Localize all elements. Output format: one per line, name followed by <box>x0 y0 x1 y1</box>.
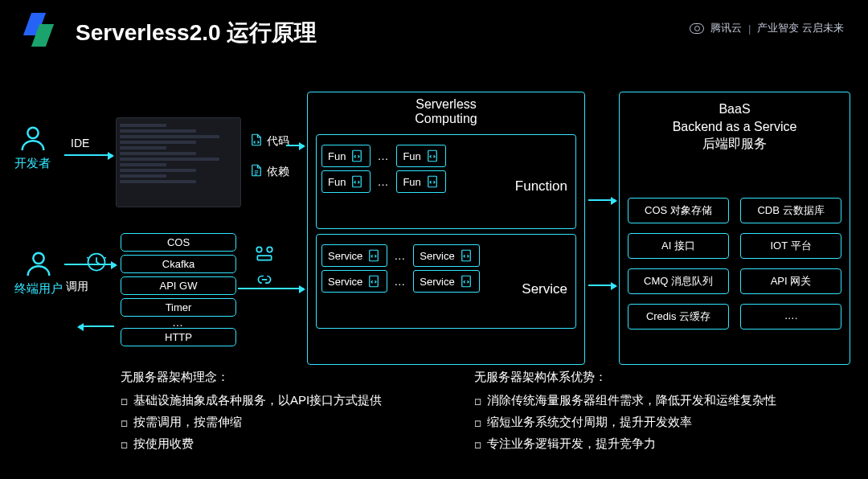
trigger-cos: COS <box>121 233 236 252</box>
svg-rect-6 <box>353 150 362 162</box>
baas-pane: BaaS Backend as a Service 后端即服务 COS 对象存储… <box>619 92 850 365</box>
arrow-user-trigger <box>64 264 116 265</box>
page-title: Serverless2.0 运行原理 <box>76 18 317 48</box>
architecture-diagram: 开发者 终端用户 IDE 调用 代码 依赖 COS <box>0 64 868 362</box>
code-file-icon <box>366 274 381 289</box>
arrow-ide-computing <box>286 145 304 146</box>
code-file-icon <box>459 274 473 289</box>
function-pane: Fun … Fun Fun … Fun Function <box>316 134 576 229</box>
brand-bar: 腾讯云 | 产业智变 云启未来 <box>690 21 844 35</box>
code-file-icon <box>350 174 364 189</box>
svg-point-1 <box>33 253 43 264</box>
code-file-icon <box>249 132 264 148</box>
svg-rect-7 <box>428 150 437 162</box>
svg-point-3 <box>256 247 262 252</box>
trigger-http: HTTP <box>121 328 236 346</box>
fun-cell: Fun <box>396 145 445 167</box>
trigger-apigw: API GW <box>121 276 236 295</box>
baas-ai: AI 接口 <box>628 233 729 259</box>
trigger-more: … <box>121 320 236 325</box>
brand-name: 腾讯云 <box>710 21 742 35</box>
svg-rect-13 <box>461 276 470 287</box>
actor-enduser: 终端用户 <box>14 248 63 297</box>
clock-icon <box>85 251 108 273</box>
baas-more: …. <box>740 304 841 330</box>
concept-item: 按使用收费 <box>121 432 442 454</box>
cloud-icon <box>690 23 704 34</box>
function-label: Function <box>515 178 567 194</box>
baas-title: BaaS Backend as a Service 后端即服务 <box>628 97 841 156</box>
trigger-list: COS Ckafka API GW Timer … HTTP <box>121 219 236 360</box>
svg-point-4 <box>267 247 272 252</box>
dots: … <box>377 154 390 158</box>
svg-rect-9 <box>428 176 437 187</box>
code-file-icon <box>459 248 473 263</box>
service-label: Service <box>522 281 567 297</box>
file-deps-label: 依赖 <box>267 165 289 178</box>
baas-apigw: API 网关 <box>740 268 841 294</box>
advantage-title: 无服务器架构体系优势： <box>474 366 836 387</box>
concept-title: 无服务器架构理念： <box>121 366 442 387</box>
actor-developer: 开发者 <box>14 122 51 171</box>
arrow-return <box>79 325 114 327</box>
svg-point-0 <box>27 128 38 138</box>
baas-credis: Credis 云缓存 <box>628 304 729 330</box>
file-code: 代码 <box>249 132 289 149</box>
baas-cos: COS 对象存储 <box>628 198 729 223</box>
baas-iot: IOT 平台 <box>740 233 841 259</box>
baas-cmq: CMQ 消息队列 <box>628 268 729 294</box>
bottom-text: 无服务器架构理念： 基础设施抽象成各种服务，以API接口方式提供 按需调用，按需… <box>121 366 836 454</box>
svg-rect-8 <box>353 176 362 187</box>
user-icon <box>17 122 49 154</box>
file-deps: 依赖 <box>249 162 289 179</box>
service-cell: Service <box>321 244 387 267</box>
service-pane: Service … Service Service … Service Serv… <box>316 234 576 329</box>
svg-rect-5 <box>257 256 271 260</box>
serverless-computing-pane: Serverless Computing Fun … Fun Fun … Fun… <box>307 92 585 365</box>
baas-cdb: CDB 云数据库 <box>740 198 841 223</box>
dots: … <box>394 253 407 258</box>
code-file-icon <box>366 248 381 263</box>
advantage-item: 缩短业务系统交付周期，提升开发效率 <box>474 411 836 432</box>
arrow-compute-baas-2 <box>588 285 616 286</box>
serverless-computing-title: Serverless Computing <box>308 94 584 129</box>
fun-cell: Fun <box>396 170 445 193</box>
code-file-icon <box>350 149 364 163</box>
advantage-item: 消除传统海量服务器组件需求，降低开发和运维复杂性 <box>474 389 836 411</box>
code-file-icon <box>425 174 440 189</box>
concept-item: 按需调用，按需伸缩 <box>121 411 442 432</box>
svg-rect-11 <box>461 250 470 261</box>
separator: | <box>748 23 751 35</box>
advantage-item: 专注业务逻辑开发，提升竞争力 <box>474 432 836 454</box>
actor-developer-label: 开发者 <box>14 156 51 171</box>
service-cell: Service <box>413 244 479 267</box>
trigger-timer: Timer <box>121 298 236 317</box>
brand-logo <box>21 13 56 48</box>
svg-rect-12 <box>370 276 379 287</box>
trigger-ckafka: Ckafka <box>121 255 236 273</box>
arrow-compute-baas-1 <box>588 199 616 201</box>
dots: … <box>394 279 407 284</box>
arrow-label-call: 调用 <box>66 280 88 294</box>
list-file-icon <box>249 162 264 178</box>
connector-icons <box>254 245 275 290</box>
services-icon <box>254 245 275 263</box>
code-file-icon <box>425 149 440 163</box>
concept-item: 基础设施抽象成各种服务，以API接口方式提供 <box>121 389 442 411</box>
link-icon <box>254 272 275 290</box>
actor-enduser-label: 终端用户 <box>14 281 63 297</box>
ide-screenshot <box>116 117 241 207</box>
dots: … <box>377 179 390 184</box>
user-icon <box>23 248 55 280</box>
service-cell: Service <box>321 270 387 293</box>
fun-cell: Fun <box>321 145 371 167</box>
service-cell: Service <box>413 270 479 293</box>
fun-cell: Fun <box>321 170 371 193</box>
arrow-label-ide: IDE <box>71 137 89 149</box>
arrow-dev-ide <box>64 154 113 156</box>
brand-slogan: 产业智变 云启未来 <box>757 21 844 35</box>
svg-rect-10 <box>370 250 379 261</box>
